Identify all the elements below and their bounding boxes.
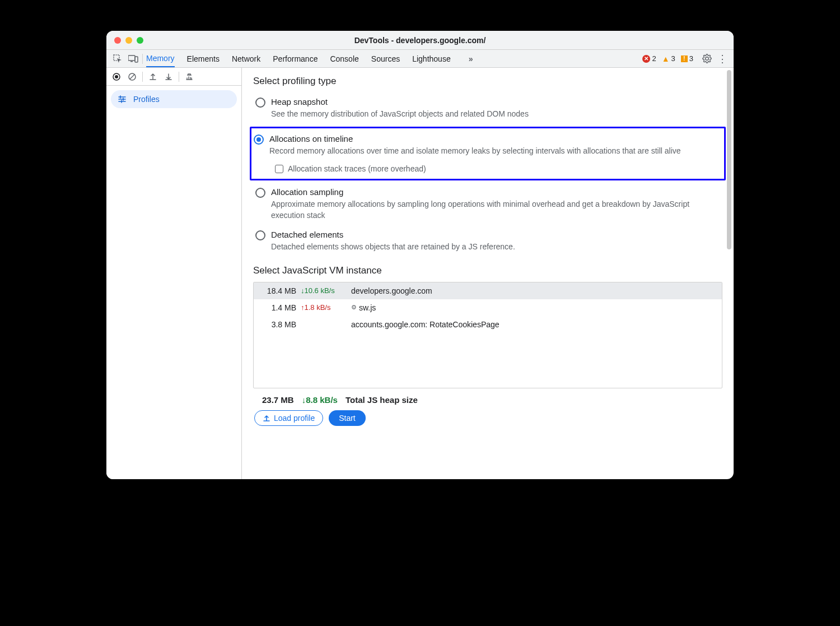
option-allocation-sampling[interactable]: Allocation sampling Approximate memory a… <box>253 183 722 225</box>
svg-rect-3 <box>135 57 138 62</box>
profiles-label: Profiles <box>133 95 160 104</box>
service-worker-gear-icon: ⚙ <box>351 304 357 311</box>
start-button[interactable]: Start <box>329 410 366 426</box>
suboption-label: Allocation stack traces (more overhead) <box>288 164 426 173</box>
minimize-window-icon[interactable] <box>125 37 132 44</box>
vm-rate: ↓10.6 kB/s <box>301 286 351 295</box>
tab-lighthouse[interactable]: Lighthouse <box>412 50 451 67</box>
collect-garbage-icon[interactable] <box>183 70 196 84</box>
option-title: Heap snapshot <box>271 97 718 106</box>
vm-instance-section: Select JavaScript VM instance 18.4 MB ↓1… <box>253 265 722 426</box>
upload-icon[interactable] <box>146 70 160 84</box>
settings-gear-icon[interactable] <box>699 54 715 63</box>
sidebar-divider-2 <box>179 72 179 82</box>
option-allocations-timeline[interactable]: Allocations on timeline Record memory al… <box>250 127 726 181</box>
vm-mem: 3.8 MB <box>256 320 301 329</box>
warnings-count: 3 <box>671 54 675 63</box>
vm-instance-table: 18.4 MB ↓10.6 kB/s developers.google.com… <box>253 282 722 388</box>
svg-line-7 <box>130 75 134 79</box>
tab-elements[interactable]: Elements <box>187 50 220 67</box>
tab-network[interactable]: Network <box>232 50 260 67</box>
svg-rect-2 <box>130 61 133 62</box>
vm-mem: 18.4 MB <box>256 286 301 295</box>
warning-icon: ▲ <box>662 54 670 63</box>
total-label: Total JS heap size <box>346 395 418 405</box>
vm-name: accounts.google.com: RotateCookiesPage <box>351 320 720 329</box>
kebab-menu-icon[interactable]: ⋮ <box>715 53 730 65</box>
issues-count: 3 <box>689 54 693 63</box>
inspect-element-icon[interactable] <box>110 54 125 63</box>
heap-totals: 23.7 MB ↓8.8 kB/s Total JS heap size <box>253 395 722 405</box>
maximize-window-icon[interactable] <box>137 37 143 44</box>
tab-memory[interactable]: Memory <box>146 50 175 67</box>
load-profile-label: Load profile <box>274 414 315 423</box>
vm-row[interactable]: 18.4 MB ↓10.6 kB/s developers.google.com <box>254 282 722 299</box>
option-detached-elements[interactable]: Detached elements Detached elements show… <box>253 225 722 257</box>
section-title-profiling-type: Select profiling type <box>253 76 722 87</box>
issue-icon: ! <box>681 55 688 62</box>
footer-buttons: Load profile Start <box>253 410 722 426</box>
clear-icon[interactable] <box>125 70 139 84</box>
vm-row[interactable]: 3.8 MB accounts.google.com: RotateCookie… <box>254 316 722 333</box>
suboption-stack-traces[interactable]: Allocation stack traces (more overhead) <box>269 164 720 173</box>
option-heap-snapshot[interactable]: Heap snapshot See the memory distributio… <box>253 92 722 124</box>
option-desc: Approximate memory allocations by sampli… <box>271 199 718 221</box>
option-title: Allocations on timeline <box>269 134 720 143</box>
more-tabs-icon[interactable]: » <box>463 54 479 63</box>
checkbox-icon[interactable] <box>275 165 283 173</box>
titlebar: DevTools - developers.google.com/ <box>106 31 734 50</box>
record-icon[interactable] <box>110 70 123 84</box>
toolbar-divider <box>142 54 143 64</box>
errors-badge[interactable]: ✕ 2 <box>642 54 656 63</box>
device-toolbar-icon[interactable] <box>125 55 141 63</box>
sidebar-toolbar <box>106 68 241 86</box>
content-area: Profiles Select profiling type Heap snap… <box>106 68 734 479</box>
total-rate: ↓8.8 kB/s <box>302 395 338 405</box>
close-window-icon[interactable] <box>114 37 121 44</box>
radio-icon[interactable] <box>255 98 265 108</box>
tab-performance[interactable]: Performance <box>273 50 318 67</box>
panel-tabs: Memory Elements Network Performance Cons… <box>146 50 479 67</box>
error-icon: ✕ <box>642 55 650 63</box>
download-icon[interactable] <box>162 70 175 84</box>
option-title: Allocation sampling <box>271 187 718 197</box>
tab-console[interactable]: Console <box>330 50 358 67</box>
window-traffic-lights <box>106 37 143 44</box>
option-desc: Detached elements shows objects that are… <box>271 242 718 253</box>
upload-icon <box>263 414 270 422</box>
warnings-badge[interactable]: ▲ 3 <box>662 54 675 63</box>
status-badges: ✕ 2 ▲ 3 ! 3 <box>642 54 693 63</box>
window-title: DevTools - developers.google.com/ <box>106 36 734 45</box>
vm-rate: ↑1.8 kB/s <box>301 303 351 312</box>
sidebar: Profiles <box>106 68 242 479</box>
section-title-vm: Select JavaScript VM instance <box>253 265 722 276</box>
devtools-window: DevTools - developers.google.com/ Memory… <box>106 31 734 479</box>
vm-row[interactable]: 1.4 MB ↑1.8 kB/s ⚙sw.js <box>254 299 722 316</box>
radio-icon[interactable] <box>255 188 265 198</box>
radio-icon[interactable] <box>255 230 265 240</box>
option-title: Detached elements <box>271 230 718 239</box>
vm-mem: 1.4 MB <box>256 303 301 312</box>
sidebar-item-profiles[interactable]: Profiles <box>111 90 237 108</box>
load-profile-button[interactable]: Load profile <box>254 410 323 426</box>
svg-rect-1 <box>128 55 135 61</box>
vm-name: developers.google.com <box>351 286 720 295</box>
scrollbar[interactable] <box>727 70 731 249</box>
option-desc: Record memory allocations over time and … <box>269 146 720 157</box>
errors-count: 2 <box>652 54 656 63</box>
main-panel: Select profiling type Heap snapshot See … <box>242 68 734 479</box>
issues-badge[interactable]: ! 3 <box>681 54 693 63</box>
sidebar-divider <box>142 72 143 82</box>
sliders-icon <box>118 95 127 104</box>
tab-sources[interactable]: Sources <box>371 50 400 67</box>
svg-point-5 <box>115 75 118 78</box>
devtools-toolbar: Memory Elements Network Performance Cons… <box>106 50 734 68</box>
option-desc: See the memory distribution of JavaScrip… <box>271 109 718 120</box>
radio-icon[interactable] <box>254 135 264 145</box>
total-mem: 23.7 MB <box>262 395 294 405</box>
vm-name: ⚙sw.js <box>351 303 720 312</box>
